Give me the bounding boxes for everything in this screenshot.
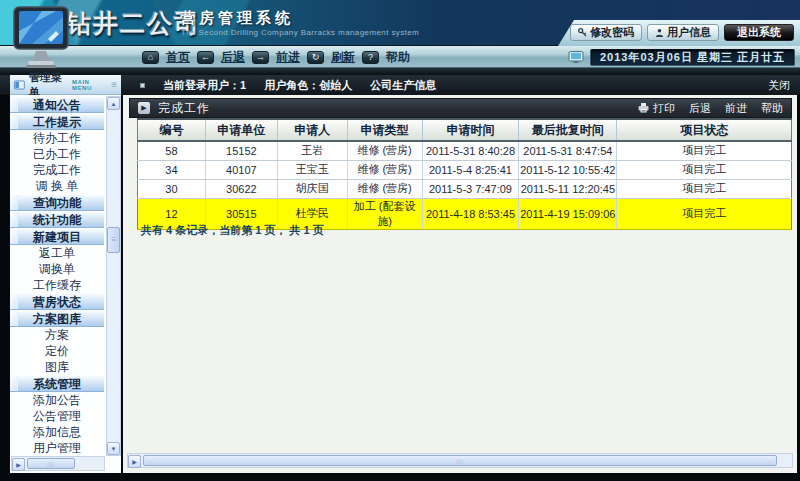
sidebar-item-10[interactable]: 调换单	[10, 261, 104, 277]
table-row[interactable]: 5815152王岩维修 (营房)2011-5-31 8:40:282011-5-…	[138, 141, 792, 160]
sidebar-item-21[interactable]: 用户管理	[10, 440, 104, 456]
scroll-down-icon[interactable]: ▼	[107, 442, 120, 455]
sidebar-category-12[interactable]: 营房状态	[10, 293, 104, 310]
scrollbar-thumb[interactable]	[143, 455, 777, 466]
user-info-label: 用户信息	[667, 25, 711, 40]
refresh-icon[interactable]: ↻	[307, 51, 324, 64]
sidebar-category-6[interactable]: 查询功能	[10, 194, 104, 211]
current-user: 当前登录用户：1	[163, 78, 246, 93]
panel-header: ▶ 完成工作 打印 后退 前进 帮助	[129, 98, 792, 118]
table-cell: 2011-5-3 7:47:09	[422, 179, 519, 198]
change-password-button[interactable]: 修改密码	[570, 24, 642, 41]
home-icon[interactable]: ⌂	[142, 51, 159, 64]
column-header: 申请单位	[205, 119, 277, 141]
body-area: 通知公告工作提示待办工作已办工作完成工作调 换 单查询功能统计功能新建项目返工单…	[0, 95, 800, 475]
sidebar-horizontal-scrollbar[interactable]: ◀ ▶	[11, 456, 105, 471]
user-info-button[interactable]: 用户信息	[647, 24, 719, 41]
column-header: 编号	[138, 119, 206, 141]
sidebar-category-8[interactable]: 新建项目	[10, 228, 104, 245]
nav-bar: ⌂ 首页 ← 后退 → 前进 ↻ 刷新 ? 帮助 2013年03月06日 星期三…	[0, 46, 800, 68]
arrow-left-icon[interactable]: ←	[197, 51, 214, 64]
arrow-right-icon[interactable]: →	[252, 51, 269, 64]
sidebar-item-14[interactable]: 方案	[10, 327, 104, 343]
table-cell: 30	[138, 179, 206, 198]
sidebar-category-1[interactable]: 工作提示	[10, 113, 104, 130]
sidebar-category-0[interactable]: 通知公告	[10, 96, 104, 113]
sidebar-category-17[interactable]: 系统管理	[10, 375, 104, 392]
sidebar-item-19[interactable]: 公告管理	[10, 408, 104, 424]
company-info-link[interactable]: 公司生产信息	[370, 78, 436, 93]
table-row[interactable]: 3030622胡庆国维修 (营房)2011-5-3 7:47:092011-5-…	[138, 179, 792, 198]
records-table: 编号申请单位申请人申请类型申请时间最后批复时间项目状态 5815152王岩维修 …	[137, 118, 792, 230]
print-button[interactable]: 打印	[638, 101, 675, 116]
sidebar-header: 管理菜单 MAIN MENU ≡	[10, 75, 121, 95]
panel-help-button[interactable]: 帮助	[761, 101, 783, 116]
column-header: 申请时间	[422, 119, 519, 141]
change-password-label: 修改密码	[590, 25, 634, 40]
nav-link-forward[interactable]: 前进	[276, 49, 300, 66]
table-cell: 2011-4-18 8:53:45	[422, 198, 519, 229]
table-cell: 2011-5-31 8:40:28	[422, 141, 519, 160]
logout-label: 退出系统	[737, 25, 781, 40]
scrollbar-thumb[interactable]	[107, 227, 120, 253]
user-role: 用户角色：创始人	[264, 78, 352, 93]
date-area: 2013年03月06日 星期三 正月廿五	[568, 48, 795, 66]
column-header: 项目状态	[617, 119, 792, 141]
person-icon	[655, 28, 664, 37]
nav-link-home[interactable]: 首页	[166, 49, 190, 66]
sidebar-item-2[interactable]: 待办工作	[10, 130, 104, 146]
table-cell: 项目完工	[617, 198, 792, 229]
sidebar-item-16[interactable]: 图库	[10, 359, 104, 375]
sidebar-category-7[interactable]: 统计功能	[10, 211, 104, 228]
bullet-icon	[140, 83, 145, 88]
monitor-logo-icon	[12, 5, 72, 69]
table-cell: 2011-5-4 8:25:41	[422, 160, 519, 179]
table-cell: 胡庆国	[277, 179, 347, 198]
table-cell: 30622	[205, 179, 277, 198]
sidebar-item-9[interactable]: 返工单	[10, 245, 104, 261]
scroll-right-icon[interactable]: ▶	[12, 458, 25, 471]
sidebar-menu: 通知公告工作提示待办工作已办工作完成工作调 换 单查询功能统计功能新建项目返工单…	[10, 96, 104, 456]
sidebar-item-5[interactable]: 调 换 单	[10, 178, 104, 194]
nav-link-help[interactable]: 帮助	[386, 49, 410, 66]
panel-title: 完成工作	[158, 100, 210, 117]
sidebar-item-15[interactable]: 定价	[10, 343, 104, 359]
table-cell: 2011-5-12 10:55:42	[519, 160, 617, 179]
table-cell: 王岩	[277, 141, 347, 160]
logout-button[interactable]: 退出系统	[724, 24, 794, 41]
scroll-right-icon[interactable]: ▶	[128, 455, 141, 468]
sidebar-item-3[interactable]: 已办工作	[10, 146, 104, 162]
hamburger-icon[interactable]: ≡	[111, 79, 117, 90]
sidebar-category-13[interactable]: 方案图库	[10, 310, 104, 327]
table-cell: 项目完工	[617, 179, 792, 198]
panel-back-button[interactable]: 后退	[689, 101, 711, 116]
close-link[interactable]: 关闭	[768, 78, 790, 93]
system-subtitle: The Second Drilling Company Barracks man…	[181, 28, 419, 37]
panel-forward-button[interactable]: 前进	[725, 101, 747, 116]
nav-link-refresh[interactable]: 刷新	[331, 49, 355, 66]
scrollbar-thumb[interactable]	[27, 458, 75, 469]
nav-link-back[interactable]: 后退	[221, 49, 245, 66]
scroll-up-icon[interactable]: ▲	[107, 97, 120, 110]
table-cell: 项目完工	[617, 160, 792, 179]
panel-play-icon: ▶	[138, 102, 150, 114]
nav-links: ⌂ 首页 ← 后退 → 前进 ↻ 刷新 ? 帮助	[142, 46, 410, 68]
printer-icon	[638, 103, 649, 113]
sidebar-item-18[interactable]: 添加公告	[10, 392, 104, 408]
main-content: ▶ 完成工作 打印 后退 前进 帮助	[123, 95, 797, 473]
table-cell: 加工 (配套设施)	[347, 198, 422, 229]
question-icon[interactable]: ?	[362, 51, 379, 64]
table-cell: 王宝玉	[277, 160, 347, 179]
panel-toolbar: 打印 后退 前进 帮助	[638, 101, 783, 116]
column-header: 申请类型	[347, 119, 422, 141]
sidebar-vertical-scrollbar[interactable]: ▲ ▼	[106, 96, 121, 456]
content-horizontal-scrollbar[interactable]: ◀ ▶	[127, 453, 793, 468]
sidebar-item-4[interactable]: 完成工作	[10, 162, 104, 178]
table-cell: 维修 (营房)	[347, 141, 422, 160]
sidebar-item-20[interactable]: 添加信息	[10, 424, 104, 440]
table-row[interactable]: 3440107王宝玉维修 (营房)2011-5-4 8:25:412011-5-…	[138, 160, 792, 179]
table-cell: 维修 (营房)	[347, 160, 422, 179]
date-display: 2013年03月06日 星期三 正月廿五	[590, 49, 795, 66]
sidebar-item-11[interactable]: 工作缓存	[10, 277, 104, 293]
table-cell: 15152	[205, 141, 277, 160]
